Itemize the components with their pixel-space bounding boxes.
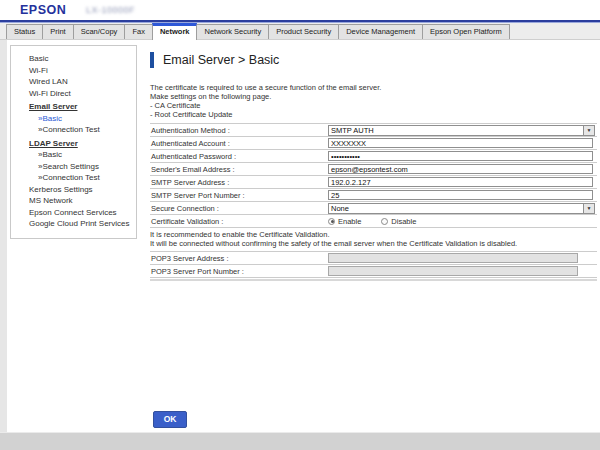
- form-row-smtp-server-port-number: SMTP Server Port Number :: [150, 189, 597, 202]
- field-label: Authenticated Account :: [150, 139, 328, 148]
- sidebar-item-wired-lan[interactable]: Wired LAN: [11, 76, 136, 88]
- field-label: Sender's Email Address :: [150, 165, 328, 174]
- note-line: It is recommended to enable the Certific…: [150, 230, 597, 239]
- secure-connection-select[interactable]: None ▼: [328, 203, 595, 214]
- authentication-method-select[interactable]: SMTP AUTH ▼: [328, 125, 595, 136]
- description: The certificate is required to use a sec…: [150, 83, 600, 119]
- tab-device-management[interactable]: Device Management: [338, 24, 423, 39]
- field-label: POP3 Server Address :: [150, 254, 328, 263]
- form-bottom-edge: [150, 279, 597, 281]
- sidebar-item-email-connection-test[interactable]: »Connection Test: [11, 124, 136, 136]
- tab-fax[interactable]: Fax: [124, 24, 153, 39]
- form-row-senders-email-address: Sender's Email Address :: [150, 163, 597, 176]
- sidebar-nav: Basic Wi-Fi Wired LAN Wi-Fi Direct Email…: [10, 45, 137, 239]
- field-label: Authenticated Password :: [150, 152, 328, 161]
- field-label: POP3 Server Port Number :: [150, 267, 328, 276]
- sidebar-item-epson-connect-services[interactable]: Epson Connect Services: [11, 207, 136, 219]
- smtp-server-port-number-input[interactable]: [328, 190, 593, 200]
- note-line: It will be connected without confirming …: [150, 239, 597, 248]
- description-line: The certificate is required to use a sec…: [150, 83, 600, 92]
- main-panel: Email Server > Basic The certificate is …: [150, 52, 600, 281]
- field-label: Authentication Method :: [150, 126, 328, 135]
- sidebar-item-ldap-connection-test[interactable]: »Connection Test: [11, 172, 136, 184]
- selected-value: None: [329, 204, 583, 213]
- tab-product-security[interactable]: Product Security: [268, 24, 339, 39]
- form-row-pop3-server-address: POP3 Server Address :: [150, 252, 597, 265]
- certificate-validation-note: It is recommended to enable the Certific…: [150, 228, 597, 252]
- sidebar-item-basic[interactable]: Basic: [11, 53, 136, 65]
- authenticated-password-input[interactable]: [328, 151, 593, 161]
- sidebar-item-wifi[interactable]: Wi-Fi: [11, 65, 136, 77]
- pop3-server-port-number-input: [328, 266, 578, 276]
- senders-email-address-input[interactable]: [328, 164, 593, 174]
- form-row-authenticated-account: Authenticated Account :: [150, 137, 597, 150]
- printer-model-name: LX-10000F: [86, 5, 135, 15]
- sidebar-group-ldap-server[interactable]: LDAP Server: [11, 138, 136, 150]
- sidebar-item-ldap-search-settings[interactable]: »Search Settings: [11, 161, 136, 173]
- selected-value: SMTP AUTH: [329, 126, 583, 135]
- sidebar-item-email-server-basic[interactable]: »Basic: [11, 113, 136, 125]
- page-title: Email Server > Basic: [150, 52, 600, 68]
- authenticated-account-input[interactable]: [328, 138, 593, 148]
- description-line: Make settings on the following page.: [150, 92, 600, 101]
- field-label: Certificate Validation :: [150, 217, 328, 226]
- tab-status[interactable]: Status: [6, 24, 43, 39]
- tab-network[interactable]: Network: [152, 23, 198, 40]
- tab-print[interactable]: Print: [42, 24, 73, 39]
- radio-label-disable: Disable: [391, 217, 416, 226]
- form-row-authentication-method: Authentication Method : SMTP AUTH ▼: [150, 124, 597, 137]
- header: EPSON LX-10000F: [0, 0, 600, 20]
- form-row-certificate-validation: Certificate Validation : Enable Disable: [150, 215, 597, 228]
- chevron-down-icon[interactable]: ▼: [583, 126, 594, 135]
- page-title-text: Email Server > Basic: [163, 53, 279, 67]
- field-label: SMTP Server Port Number :: [150, 191, 328, 200]
- certificate-validation-enable-radio[interactable]: [328, 218, 335, 225]
- email-server-form: Authentication Method : SMTP AUTH ▼ Auth…: [150, 123, 597, 281]
- description-line: - Root Certificate Update: [150, 110, 600, 119]
- tab-scan-copy[interactable]: Scan/Copy: [73, 24, 126, 39]
- sidebar-item-kerberos-settings[interactable]: Kerberos Settings: [11, 184, 136, 196]
- sidebar-item-ms-network[interactable]: MS Network: [11, 195, 136, 207]
- form-row-authenticated-password: Authenticated Password :: [150, 150, 597, 163]
- form-row-smtp-server-address: SMTP Server Address :: [150, 176, 597, 189]
- certificate-validation-disable-radio[interactable]: [381, 218, 388, 225]
- sidebar-item-ldap-basic[interactable]: »Basic: [11, 149, 136, 161]
- tab-epson-open-platform[interactable]: Epson Open Platform: [422, 24, 510, 39]
- form-row-pop3-server-port-number: POP3 Server Port Number :: [150, 265, 597, 278]
- ok-button[interactable]: OK: [153, 411, 187, 428]
- radio-label-enable: Enable: [338, 217, 361, 226]
- field-label: SMTP Server Address :: [150, 178, 328, 187]
- sidebar-item-google-cloud-print-services[interactable]: Google Cloud Print Services: [11, 218, 136, 230]
- title-accent-bar: [150, 52, 154, 68]
- page-bottom-margin: [0, 432, 600, 450]
- epson-logo: EPSON: [20, 3, 66, 17]
- tab-network-security[interactable]: Network Security: [196, 24, 269, 39]
- field-label: Secure Connection :: [150, 204, 328, 213]
- smtp-server-address-input[interactable]: [328, 177, 593, 187]
- content-area: Basic Wi-Fi Wired LAN Wi-Fi Direct Email…: [7, 40, 600, 432]
- chevron-down-icon[interactable]: ▼: [583, 204, 594, 213]
- pop3-server-address-input: [328, 253, 578, 263]
- tab-bar: Status Print Scan/Copy Fax Network Netwo…: [0, 23, 600, 40]
- description-line: - CA Certificate: [150, 101, 600, 110]
- sidebar-item-wifi-direct[interactable]: Wi-Fi Direct: [11, 88, 136, 100]
- form-row-secure-connection: Secure Connection : None ▼: [150, 202, 597, 215]
- sidebar-group-email-server[interactable]: Email Server: [11, 101, 136, 113]
